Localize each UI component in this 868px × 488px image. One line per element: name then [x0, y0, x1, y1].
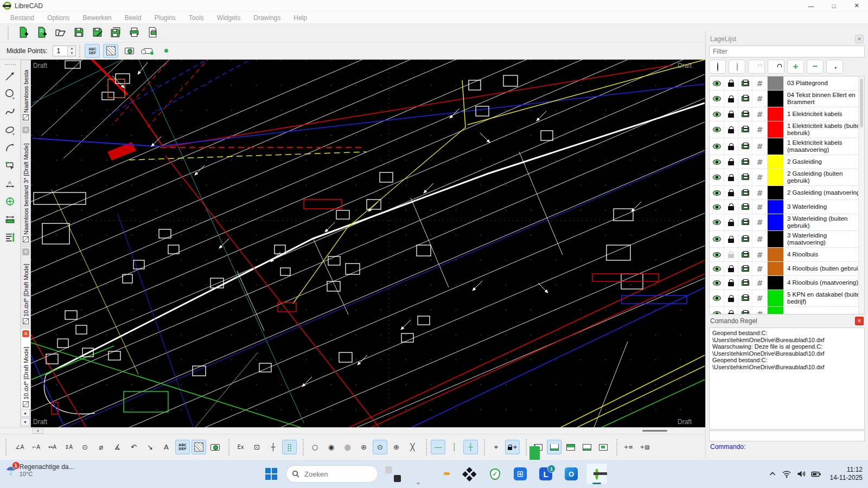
weather-widget[interactable]: ☂1 Regenachtige da... 10°C: [5, 463, 74, 479]
hatch-button[interactable]: [192, 440, 206, 454]
unlock-all-layers-button[interactable]: [748, 60, 765, 74]
menu-bestand[interactable]: Bestand: [4, 13, 40, 23]
menu-help[interactable]: Help: [288, 13, 313, 23]
snap-endpoint-button[interactable]: ◉: [324, 440, 339, 454]
layer-visibility-cell[interactable]: [710, 138, 724, 155]
volume-icon[interactable]: [796, 470, 806, 478]
layer-visibility-cell[interactable]: [710, 169, 724, 185]
construction-line-button[interactable]: ┼: [266, 440, 280, 454]
new-from-template-button[interactable]: [35, 26, 49, 40]
stepper-up-icon[interactable]: ▲: [68, 46, 75, 51]
menu-plugins[interactable]: Plugins: [148, 13, 181, 23]
layer-name[interactable]: 2 Gasleiding (buiten gebruik): [784, 169, 864, 185]
layer-lock-cell[interactable]: [724, 107, 738, 121]
middle-points-input[interactable]: [53, 46, 67, 56]
layer-name[interactable]: 1 Elektriciteit kabels: [784, 110, 864, 119]
add-layer-button[interactable]: +: [787, 60, 804, 74]
layer-visibility-cell[interactable]: [710, 200, 724, 214]
layer-visibility-cell[interactable]: [710, 107, 724, 121]
layer-construction-cell[interactable]: #: [752, 262, 768, 275]
taskbar-clock[interactable]: 11:12 14-11-2025: [830, 466, 863, 482]
layer-construction-cell[interactable]: #: [752, 290, 768, 306]
layer-color-swatch[interactable]: [768, 138, 784, 155]
select-tool-button[interactable]: [3, 159, 18, 174]
scroll-left-icon[interactable]: ▼: [33, 428, 43, 434]
librecad-button[interactable]: [586, 463, 608, 485]
insert-image-button[interactable]: [208, 440, 222, 454]
layer-color-swatch[interactable]: [768, 200, 784, 214]
layer-print-cell[interactable]: [738, 290, 752, 306]
mtext-toggle-button[interactable]: ABCDEF: [85, 44, 100, 58]
save-button[interactable]: [72, 26, 86, 40]
taskbar-search[interactable]: [286, 465, 378, 483]
layer-row[interactable]: #2 Gasleiding (maatvoering): [710, 186, 864, 200]
dim-angular-button[interactable]: ∡: [110, 440, 125, 454]
layer-lock-cell[interactable]: [724, 138, 738, 155]
battery-icon[interactable]: [811, 470, 822, 478]
tab-close-icon[interactable]: ✕: [22, 126, 29, 133]
show-all-layers-button[interactable]: [709, 60, 726, 74]
draw-order-open-button[interactable]: [547, 440, 561, 454]
document-tab-3[interactable]: ✕10.dxf* [Draft Mode]: [21, 246, 30, 326]
layer-name[interactable]: [784, 313, 864, 315]
line-tool-button[interactable]: [3, 70, 18, 84]
close-button[interactable]: ✕: [845, 0, 868, 12]
layer-lock-cell[interactable]: [724, 262, 738, 275]
add-entity-list-button[interactable]: +≡: [621, 440, 636, 454]
drawing-canvas[interactable]: Draft Draft Draft Draft: [31, 60, 705, 427]
layer-lock-cell[interactable]: [724, 169, 738, 185]
layer-row[interactable]: #3 Waterleiding (maatvoering): [710, 231, 864, 248]
spline-tool-button[interactable]: [3, 106, 18, 120]
layer-row[interactable]: #1 Elektriciteit kabels (buiten bebruik): [710, 121, 864, 138]
layer-visibility-cell[interactable]: [710, 248, 724, 261]
mtext-button[interactable]: ABCDEF: [175, 440, 190, 454]
layer-name[interactable]: 04 Tekst binnen Ellert en Brammert: [784, 91, 864, 107]
command-panel-close-icon[interactable]: ✕: [855, 317, 864, 325]
layer-print-cell[interactable]: [738, 214, 752, 230]
search-input[interactable]: [304, 470, 364, 478]
layer-print-cell[interactable]: [738, 262, 752, 275]
layer-filter-input[interactable]: [709, 46, 865, 57]
draw-order-left-button[interactable]: [531, 440, 545, 454]
microsoft-store-button[interactable]: ⊞: [509, 463, 531, 485]
draw-order-top-button[interactable]: [563, 440, 578, 454]
layer-name[interactable]: 4 Rioolbuis (buiten gebruik): [784, 264, 864, 273]
layer-color-swatch[interactable]: [768, 214, 784, 230]
hatch-toggle-button[interactable]: [103, 44, 118, 58]
layer-lock-cell[interactable]: [724, 200, 738, 214]
layer-construction-cell[interactable]: #: [752, 107, 768, 121]
layer-color-swatch[interactable]: [768, 169, 784, 185]
command-input[interactable]: [709, 431, 865, 441]
layer-row[interactable]: #4 Rioolbuis (maatvoering): [710, 276, 864, 290]
layer-lock-cell[interactable]: [724, 155, 738, 169]
layer-construction-cell[interactable]: #: [752, 186, 768, 200]
layer-construction-cell[interactable]: #: [752, 91, 768, 107]
hide-all-layers-button[interactable]: [729, 60, 745, 74]
layer-print-cell[interactable]: [738, 107, 752, 121]
wifi-icon[interactable]: [782, 470, 792, 478]
layer-lock-cell[interactable]: [724, 91, 738, 107]
point-tool-button[interactable]: [158, 44, 174, 58]
draw-order-bottom-button[interactable]: [579, 440, 594, 454]
menu-tools[interactable]: Tools: [183, 13, 210, 23]
layer-lock-cell[interactable]: [724, 186, 738, 200]
tab-scroll-down-icon[interactable]: ▼: [21, 418, 30, 426]
layer-color-swatch[interactable]: [768, 91, 784, 107]
layer-visibility-cell[interactable]: [710, 307, 724, 314]
layer-print-cell[interactable]: [738, 76, 752, 90]
layer-print-cell[interactable]: [738, 200, 752, 214]
layer-lock-cell[interactable]: [724, 290, 738, 306]
layer-row[interactable]: #03 Plattegrond: [710, 76, 864, 91]
document-tab-2[interactable]: ✕Naamloos bestand 3* [Draft Mode]: [21, 124, 30, 245]
restrict-nothing-button[interactable]: ┼: [463, 440, 478, 454]
layer-print-cell[interactable]: [738, 169, 752, 185]
layer-row[interactable]: #1 Elektriciteit kabels: [710, 107, 864, 121]
layer-construction-cell[interactable]: #: [752, 138, 768, 155]
layer-color-swatch[interactable]: [768, 307, 784, 314]
dim-aligned-button[interactable]: ∠A: [12, 440, 27, 454]
layer-row[interactable]: #04 Tekst binnen Ellert en Brammert: [710, 91, 864, 107]
tab-scroll-up-icon[interactable]: ▲: [21, 409, 30, 417]
layer-row[interactable]: #5 KPN en datakabel (buiten bedrijf): [710, 290, 864, 307]
layer-name[interactable]: 3 Waterleiding (maatvoering): [784, 231, 864, 247]
layer-name[interactable]: 2 Gasleiding: [784, 157, 864, 166]
